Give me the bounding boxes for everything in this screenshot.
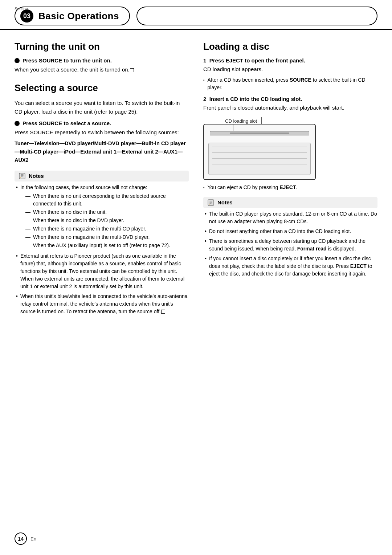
loading-disc-heading: Loading a disc [203,41,377,52]
cd-illustration: CD loading slot [203,117,377,180]
selecting-source-heading: Selecting a source [15,82,189,94]
step-1-heading: 1 Press EJECT to open the front panel. [203,57,377,64]
turning-on-section: Turning the unit on Press SOURCE to turn… [15,41,189,74]
turning-on-heading: Turning the unit on [15,41,189,52]
sub-item-2: When there is no disc in the unit. [25,208,189,216]
sub-item-1: When there is no unit corresponding to t… [25,192,189,208]
sub-item-4: When there is no magazine in the multi-C… [25,225,189,233]
sub-item-3: When there is no disc in the DVD player. [25,217,189,224]
sub-list-1: When there is no unit corresponding to t… [20,192,189,249]
right-column: Loading a disc 1 Press EJECT to open the… [203,41,377,319]
loading-notes-header: Notes [203,197,377,208]
loading-note-2: Do not insert anything other than a CD i… [203,228,377,235]
step-1-para: CD loading slot appears. [203,65,377,73]
loading-note-3: There is sometimes a delay between start… [203,237,377,253]
loading-disc-notes: Notes The built-in CD player plays one s… [203,197,377,278]
press-source-select-heading: Press SOURCE to select a source. [15,120,189,126]
svg-point-3 [209,204,209,205]
footer: 14 En [15,532,36,545]
bullet-dot-2 [15,121,20,126]
notes-icon-2 [207,199,215,207]
bullet-dot [15,58,20,63]
step-1: 1 Press EJECT to open the front panel. C… [203,57,377,91]
loading-note-1: The built-in CD player plays one standar… [203,210,377,225]
note-item-2: External unit refers to a Pioneer produc… [15,252,189,290]
notes-list: In the following cases, the sound source… [15,184,189,315]
cd-loading-label: CD loading slot [225,118,257,124]
section-title: Basic Operations [38,11,119,22]
selecting-source-notes: Notes In the following cases, the sound … [15,171,189,315]
cd-device-diagram [203,124,316,180]
selecting-source-para1: You can select a source you want to list… [15,99,189,116]
section-badge: 03 Basic Operations [15,7,130,25]
selecting-source-section: Selecting a source You can select a sour… [15,82,189,164]
turning-on-para: When you select a source, the unit is tu… [15,65,189,74]
loading-note-4: If you cannot insert a disc completely o… [203,255,377,278]
loading-disc-section: Loading a disc 1 Press EJECT to open the… [203,41,377,278]
sub-item-5: When there is no magazine in the multi-D… [25,233,189,241]
left-column: Turning the unit on Press SOURCE to turn… [15,41,189,319]
loading-notes-list: The built-in CD player plays one standar… [203,210,377,278]
section-label: Section [15,7,28,11]
sub-item-6: When the AUX (auxiliary input) is set to… [25,242,189,249]
stop-icon [130,68,134,72]
page-number: 14 [15,532,27,545]
eject-note: You can eject a CD by pressing EJECT. [203,184,377,191]
selecting-source-para2: Press SOURCE repeatedly to switch betwee… [15,128,189,136]
header-right-box [136,7,377,25]
press-source-on-heading: Press SOURCE to turn the unit on. [15,57,189,64]
notes-header: Notes [15,171,189,181]
note-item-1: In the following cases, the sound source… [15,184,189,250]
step-2: 2 Insert a CD into the CD loading slot. … [203,96,377,112]
lang-label: En [30,536,36,542]
main-content: Turning the unit on Press SOURCE to turn… [0,30,392,330]
cd-label-row: CD loading slot [203,117,262,124]
step-2-para: Front panel is closed automatically, and… [203,103,377,112]
step-1-bullet: After a CD has been inserted, press SOUR… [203,76,377,91]
header: 03 Basic Operations [0,0,392,30]
sources-text: Tuner—Television—DVD player/Multi-DVD pl… [15,139,189,165]
stop-icon-2 [161,310,165,314]
notes-icon [18,172,26,180]
section-number: 03 [20,9,33,23]
note-item-3: When this unit's blue/white lead is conn… [15,293,189,315]
step-2-heading: 2 Insert a CD into the CD loading slot. [203,96,377,102]
svg-point-1 [20,177,21,178]
